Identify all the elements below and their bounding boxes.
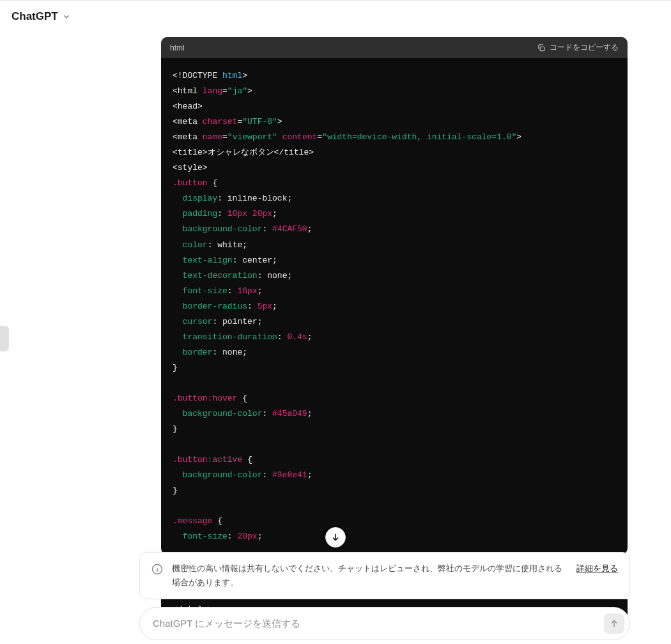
scroll-down-button[interactable] [325,527,346,548]
composer-placeholder: ChatGPT にメッセージを送信する [153,618,300,630]
chevron-down-icon [62,12,71,22]
send-button[interactable] [604,613,624,634]
svg-point-4 [157,567,158,567]
code-language-label: html [170,43,185,52]
code-content[interactable]: <!DOCTYPE html><html lang="ja"><head><me… [161,58,628,555]
code-block: html コードをコピーする <!DOCTYPE html><html lang… [161,37,628,555]
warning-link[interactable]: 詳細を見る [576,562,618,576]
copy-icon [537,43,546,52]
side-handle[interactable] [0,326,9,351]
svg-rect-0 [540,47,544,50]
composer[interactable]: ChatGPT にメッセージを送信する [139,607,630,640]
code-block-header: html コードをコピーする [161,37,628,58]
top-divider [0,0,671,1]
copy-code-button[interactable]: コードをコピーする [537,42,619,53]
model-selector-label: ChatGPT [12,10,58,23]
model-selector[interactable]: ChatGPT [0,0,671,29]
info-icon [151,562,164,575]
warning-text: 機密性の高い情報は共有しないでください。チャットはレビューされ、弊社のモデルの学… [172,562,569,590]
warning-banner: 機密性の高い情報は共有しないでください。チャットはレビューされ、弊社のモデルの学… [139,552,630,599]
copy-code-label: コードをコピーする [550,42,619,53]
